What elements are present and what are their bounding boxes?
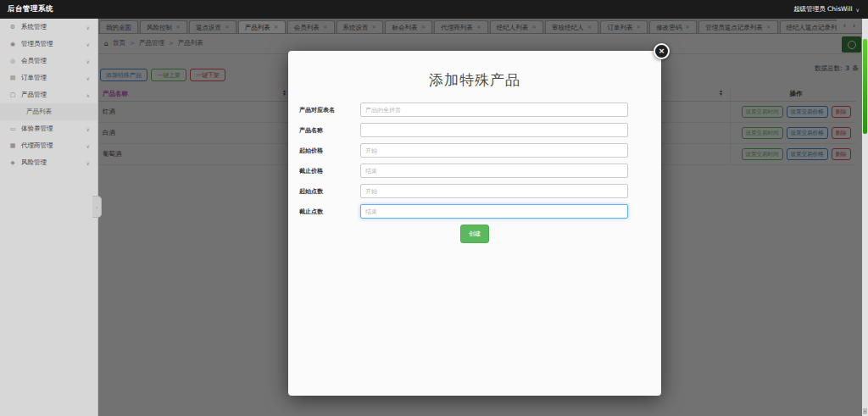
- sidebar-item-label: 订单管理: [21, 74, 86, 82]
- chevron-down-icon: ∨: [86, 25, 90, 31]
- field-label-start-points: 起始点数: [299, 187, 359, 196]
- coupon-icon: ▭: [8, 125, 17, 132]
- sidebar-item-risk[interactable]: ◈风险管理∨: [0, 154, 97, 171]
- create-button[interactable]: 创建: [460, 225, 489, 243]
- close-icon[interactable]: ×: [654, 43, 670, 59]
- chevron-down-icon: ∨: [86, 143, 90, 149]
- chevron-down-icon: ∨: [86, 160, 90, 166]
- sidebar-item-label: 风险管理: [21, 158, 86, 167]
- sidebar: ⚙系统管理∨◉管理员管理∨◎会员管理∨▤订单管理∨▢产品管理∧产品列表▭体验券管…: [0, 19, 98, 416]
- sidebar-item-label: 系统管理: [21, 23, 86, 31]
- orders-icon: ▤: [8, 75, 17, 81]
- sidebar-subitem-product-list[interactable]: 产品列表: [0, 103, 97, 120]
- sidebar-item-coupon[interactable]: ▭体验券管理∨: [0, 120, 97, 137]
- gear-icon: ⚙: [8, 24, 17, 31]
- modal-form: 产品对应表名产品名称起始价格截止价格起始点数截止点数: [288, 103, 661, 219]
- top-bar: 后台管理系统 超级管理员 ChisWill ∨: [0, 0, 868, 19]
- field-label-end-price: 截止价格: [299, 167, 359, 175]
- form-row-start-price: 起始价格: [288, 143, 661, 158]
- field-label-table-name: 产品对应表名: [299, 106, 359, 114]
- risk-shield-icon: ◈: [8, 159, 17, 166]
- sidebar-item-system[interactable]: ⚙系统管理∨: [0, 19, 97, 36]
- sidebar-item-label: 管理员管理: [21, 40, 86, 48]
- user-menu[interactable]: 超级管理员 ChisWill ∨: [793, 5, 860, 14]
- user-name: 超级管理员 ChisWill: [793, 5, 852, 14]
- field-label-end-points: 截止点数: [299, 208, 359, 216]
- sidebar-item-admin[interactable]: ◉管理员管理∨: [0, 36, 97, 53]
- product-box-icon: ▢: [8, 92, 17, 98]
- sidebar-collapse-handle[interactable]: ‹: [92, 196, 102, 218]
- sidebar-item-agent[interactable]: ▦代理商管理∨: [0, 137, 97, 154]
- modal-title: 添加特殊产品: [288, 51, 661, 103]
- field-input-end-price[interactable]: [360, 164, 628, 178]
- field-input-end-points[interactable]: [360, 204, 628, 219]
- sidebar-item-label: 代理商管理: [21, 141, 86, 150]
- chevron-down-icon: ∨: [86, 126, 90, 132]
- sidebar-item-label: 体验券管理: [21, 125, 86, 133]
- chevron-up-icon: ∧: [86, 92, 90, 98]
- agency-icon: ▦: [8, 142, 17, 149]
- chevron-down-icon: ∨: [86, 42, 90, 47]
- form-row-table-name: 产品对应表名: [288, 103, 661, 117]
- add-special-product-modal: × 添加特殊产品 产品对应表名产品名称起始价格截止价格起始点数截止点数 创建: [288, 51, 661, 396]
- sidebar-item-order[interactable]: ▤订单管理∨: [0, 69, 97, 86]
- field-label-start-price: 起始价格: [299, 147, 359, 155]
- field-input-table-name[interactable]: [360, 103, 628, 117]
- scrollbar: ▾: [862, 19, 868, 416]
- chevron-down-icon: ∨: [86, 75, 90, 81]
- field-input-start-price[interactable]: [360, 143, 628, 158]
- form-row-start-points: 起始点数: [288, 184, 661, 198]
- chevron-down-icon: ∨: [856, 7, 860, 13]
- field-input-product-name[interactable]: [360, 123, 628, 137]
- sidebar-item-label: 产品管理: [21, 91, 86, 99]
- form-row-end-points: 截止点数: [288, 204, 661, 219]
- sidebar-item-product[interactable]: ▢产品管理∧: [0, 86, 97, 103]
- field-label-product-name: 产品名称: [299, 126, 359, 135]
- form-row-end-price: 截止价格: [288, 164, 661, 178]
- members-icon: ◎: [8, 58, 17, 64]
- sidebar-item-member[interactable]: ◎会员管理∨: [0, 53, 97, 69]
- field-input-start-points[interactable]: [360, 184, 628, 198]
- scroll-down-icon[interactable]: ▾: [863, 408, 867, 414]
- form-row-product-name: 产品名称: [288, 123, 661, 137]
- app-window: 后台管理系统 超级管理员 ChisWill ∨ ⚙系统管理∨◉管理员管理∨◎会员…: [0, 0, 868, 416]
- chevron-down-icon: ∨: [86, 58, 90, 64]
- sidebar-item-label: 会员管理: [21, 57, 86, 65]
- app-title: 后台管理系统: [8, 4, 53, 14]
- admin-user-icon: ◉: [8, 41, 17, 47]
- scrollbar-thumb[interactable]: [863, 39, 867, 134]
